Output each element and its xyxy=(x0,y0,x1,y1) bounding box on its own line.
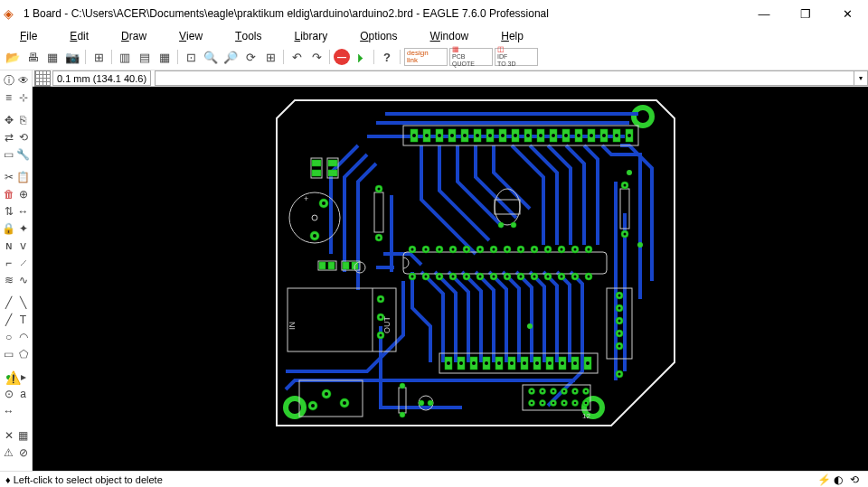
svg-point-180 xyxy=(325,392,328,396)
zoom-redraw-icon[interactable]: ⟳ xyxy=(241,48,259,66)
stop-icon[interactable]: — xyxy=(334,49,350,65)
command-input[interactable] xyxy=(155,70,854,86)
svg-point-153 xyxy=(378,237,381,239)
status-i1-icon: ◐ xyxy=(834,473,846,486)
svg-point-27 xyxy=(552,134,555,137)
hole-tool-icon[interactable]: ⊙ xyxy=(3,386,15,402)
camera-icon[interactable]: 📷 xyxy=(63,48,81,66)
polygon-tool-icon[interactable]: ⬠ xyxy=(17,346,30,362)
open-icon[interactable]: 📂 xyxy=(4,48,22,66)
menu-window[interactable]: Window xyxy=(414,26,486,46)
svg-point-21 xyxy=(514,134,517,137)
close-button[interactable]: ✕ xyxy=(826,0,868,27)
erc-tool-icon[interactable]: ⚠ xyxy=(3,445,15,461)
info-tool-icon[interactable]: ⓘ xyxy=(3,72,15,89)
circle-tool-icon[interactable]: ○ xyxy=(3,329,15,345)
menu-help[interactable]: Help xyxy=(485,26,540,46)
svg-point-151 xyxy=(378,188,381,191)
schematic-icon[interactable]: ⊞ xyxy=(90,48,108,66)
meander-tool-icon[interactable]: ∿ xyxy=(17,272,30,288)
board-canvas[interactable]: repeated xyxy=(33,87,868,471)
cut-tool-icon[interactable]: ✂ xyxy=(3,169,15,185)
show-tool-icon[interactable]: 👁 xyxy=(17,72,30,89)
change-tool-icon[interactable]: 🔧 xyxy=(17,146,30,163)
paste-tool-icon[interactable]: 📋 xyxy=(17,169,30,185)
svg-point-92 xyxy=(561,276,563,278)
route-tool-icon[interactable]: ╱ xyxy=(3,295,15,311)
group-tool-icon[interactable]: ▭ xyxy=(3,146,15,163)
svg-point-182 xyxy=(343,401,346,405)
svg-point-31 xyxy=(577,134,580,137)
svg-point-197 xyxy=(552,390,555,393)
grid-icon[interactable] xyxy=(34,70,51,87)
rotate-tool-icon[interactable]: ⟲ xyxy=(17,129,30,145)
zoom-fit-icon[interactable]: ⊡ xyxy=(182,48,200,66)
svg-point-33 xyxy=(590,134,593,137)
rect-tool-icon[interactable]: ▭ xyxy=(3,346,15,362)
errors-tool-icon[interactable]: ⊘ xyxy=(17,445,30,461)
miter-tool-icon[interactable]: ⌐ xyxy=(3,255,15,271)
menu-edit[interactable]: Edit xyxy=(53,26,105,46)
split-tool-icon[interactable]: ⟋ xyxy=(17,255,30,271)
maximize-button[interactable]: ❐ xyxy=(785,0,826,27)
smash-tool-icon[interactable]: ✦ xyxy=(17,220,30,237)
menu-options[interactable]: Options xyxy=(344,26,413,46)
svg-point-207 xyxy=(542,402,544,405)
lock-tool-icon[interactable]: 🔒 xyxy=(3,220,15,237)
mark-tool-icon[interactable]: ⊹ xyxy=(17,89,30,106)
svg-point-193 xyxy=(531,390,533,393)
ripup-tool-icon[interactable]: ╲ xyxy=(17,295,30,311)
ratsnest-tool-icon[interactable]: ✕ xyxy=(3,427,15,444)
cam-icon[interactable]: ▦ xyxy=(43,48,61,66)
dim2-tool-icon[interactable] xyxy=(17,403,30,419)
pcb-drawing: repeated xyxy=(241,91,693,471)
pcbquote-button[interactable]: ▦PCB QUOTE xyxy=(449,48,493,66)
command-dropdown[interactable]: ▾ xyxy=(854,70,868,86)
svg-point-48 xyxy=(452,248,455,251)
zoom-in-icon[interactable]: 🔍 xyxy=(202,48,220,66)
script-icon[interactable]: ▤ xyxy=(136,48,154,66)
value-tool-icon[interactable]: ᴠ xyxy=(17,238,30,254)
svg-point-35 xyxy=(602,134,606,137)
undo-icon[interactable]: ↶ xyxy=(288,48,306,66)
designlink-button[interactable]: design link xyxy=(404,48,448,66)
zoom-select-icon[interactable]: ⊞ xyxy=(261,48,279,66)
svg-rect-149 xyxy=(374,192,383,232)
go-icon[interactable]: ⏵ xyxy=(352,48,370,66)
minimize-button[interactable]: — xyxy=(743,0,785,27)
copy-tool-icon[interactable]: ⎘ xyxy=(17,112,30,128)
pinswap-tool-icon[interactable]: ⇅ xyxy=(3,203,15,220)
mirror-tool-icon[interactable]: ⇄ xyxy=(3,129,15,145)
add-tool-icon[interactable]: ⊕ xyxy=(17,186,30,202)
svg-point-213 xyxy=(574,402,577,405)
svg-rect-164 xyxy=(319,262,326,269)
svg-point-109 xyxy=(510,361,514,365)
menu-library[interactable]: Library xyxy=(278,26,344,46)
menu-file[interactable]: File xyxy=(4,26,53,46)
zoom-out-icon[interactable]: 🔎 xyxy=(222,48,240,66)
name-tool-icon[interactable]: ɴ xyxy=(3,238,15,254)
menu-tools[interactable]: Tools xyxy=(219,26,278,46)
help-icon[interactable]: ? xyxy=(378,48,396,66)
auto-tool-icon[interactable]: ▦ xyxy=(17,427,30,444)
attribute-tool-icon[interactable]: a xyxy=(17,386,30,402)
replace-tool-icon[interactable]: ↔ xyxy=(17,203,30,220)
library-icon[interactable]: ▥ xyxy=(116,48,134,66)
app-icon: ◈ xyxy=(4,6,18,21)
layers-tool-icon[interactable]: ≡ xyxy=(3,89,15,106)
redo-icon[interactable]: ↷ xyxy=(307,48,326,66)
move-tool-icon[interactable]: ✥ xyxy=(3,112,15,128)
text-tool-icon[interactable]: T xyxy=(17,312,30,328)
delete-tool-icon[interactable]: 🗑 xyxy=(3,186,15,202)
dimension-tool-icon[interactable]: ↔ xyxy=(3,403,15,419)
print-icon[interactable]: 🖶 xyxy=(24,48,42,66)
optimize-tool-icon[interactable]: ≋ xyxy=(3,272,15,288)
arc-tool-icon[interactable]: ◠ xyxy=(17,329,30,345)
idf3d-button[interactable]: ◫IDF TO 3D xyxy=(495,48,538,66)
menu-view[interactable]: View xyxy=(163,26,219,46)
status-bar: ♦ Left-click to select object to delete … xyxy=(0,471,868,487)
menu-draw[interactable]: Draw xyxy=(105,26,163,46)
wire-tool-icon[interactable]: ╱ xyxy=(3,312,15,328)
svg-point-217 xyxy=(637,242,643,248)
ulp-icon[interactable]: ▦ xyxy=(156,48,174,66)
